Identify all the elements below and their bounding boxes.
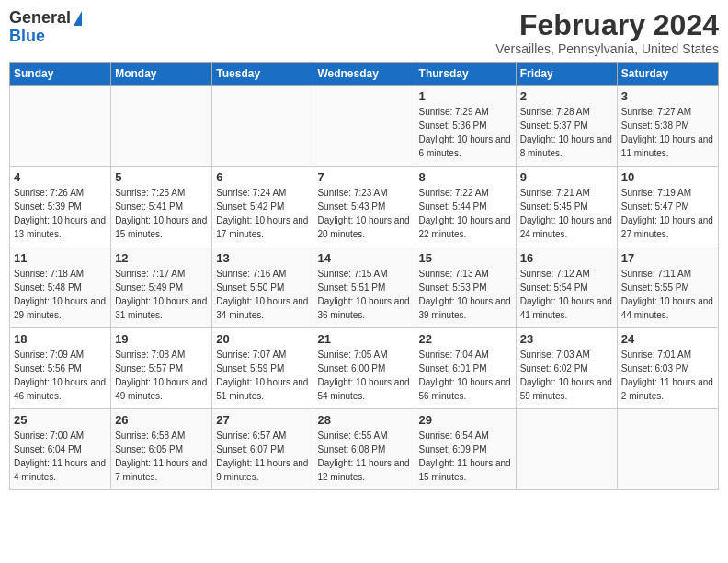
day-info: Sunrise: 7:00 AMSunset: 6:04 PMDaylight:… xyxy=(14,429,107,484)
day-number: 1 xyxy=(419,89,512,103)
calendar-cell xyxy=(516,409,617,490)
page-header: General Blue February 2024 Versailles, P… xyxy=(9,9,719,56)
title-area: February 2024 Versailles, Pennsylvania, … xyxy=(495,9,719,56)
weekday-header-friday: Friday xyxy=(516,63,617,86)
day-number: 12 xyxy=(115,251,208,265)
calendar-cell: 12Sunrise: 7:17 AMSunset: 5:49 PMDayligh… xyxy=(111,247,212,328)
day-number: 6 xyxy=(216,170,309,184)
day-number: 28 xyxy=(317,413,410,427)
day-number: 5 xyxy=(115,170,208,184)
day-number: 11 xyxy=(14,251,107,265)
location: Versailles, Pennsylvania, United States xyxy=(495,41,719,56)
day-number: 22 xyxy=(419,332,512,346)
day-number: 3 xyxy=(621,89,714,103)
day-info: Sunrise: 6:58 AMSunset: 6:05 PMDaylight:… xyxy=(115,429,208,484)
calendar-week-row: 11Sunrise: 7:18 AMSunset: 5:48 PMDayligh… xyxy=(10,247,719,328)
calendar-cell: 19Sunrise: 7:08 AMSunset: 5:57 PMDayligh… xyxy=(111,328,212,409)
day-info: Sunrise: 7:15 AMSunset: 5:51 PMDaylight:… xyxy=(317,267,410,322)
day-number: 23 xyxy=(520,332,613,346)
weekday-header-thursday: Thursday xyxy=(415,63,516,86)
day-info: Sunrise: 7:11 AMSunset: 5:55 PMDaylight:… xyxy=(621,267,714,322)
day-info: Sunrise: 7:17 AMSunset: 5:49 PMDaylight:… xyxy=(115,267,208,322)
day-info: Sunrise: 7:22 AMSunset: 5:44 PMDaylight:… xyxy=(419,186,512,241)
calendar-cell: 4Sunrise: 7:26 AMSunset: 5:39 PMDaylight… xyxy=(10,167,111,247)
calendar-cell: 16Sunrise: 7:12 AMSunset: 5:54 PMDayligh… xyxy=(516,247,617,328)
day-info: Sunrise: 6:54 AMSunset: 6:09 PMDaylight:… xyxy=(419,429,512,484)
day-info: Sunrise: 7:25 AMSunset: 5:41 PMDaylight:… xyxy=(115,186,208,241)
calendar-cell: 29Sunrise: 6:54 AMSunset: 6:09 PMDayligh… xyxy=(415,409,516,490)
weekday-header-saturday: Saturday xyxy=(617,63,718,86)
day-info: Sunrise: 7:28 AMSunset: 5:37 PMDaylight:… xyxy=(520,105,613,160)
day-info: Sunrise: 7:05 AMSunset: 6:00 PMDaylight:… xyxy=(317,348,410,403)
calendar-cell: 25Sunrise: 7:00 AMSunset: 6:04 PMDayligh… xyxy=(10,409,111,490)
calendar-cell: 20Sunrise: 7:07 AMSunset: 5:59 PMDayligh… xyxy=(212,328,313,409)
calendar-cell: 11Sunrise: 7:18 AMSunset: 5:48 PMDayligh… xyxy=(10,247,111,328)
day-info: Sunrise: 7:23 AMSunset: 5:43 PMDaylight:… xyxy=(317,186,410,241)
calendar-cell: 26Sunrise: 6:58 AMSunset: 6:05 PMDayligh… xyxy=(111,409,212,490)
day-number: 14 xyxy=(317,251,410,265)
calendar-cell xyxy=(212,86,313,167)
calendar-cell: 10Sunrise: 7:19 AMSunset: 5:47 PMDayligh… xyxy=(617,167,718,247)
day-info: Sunrise: 7:07 AMSunset: 5:59 PMDaylight:… xyxy=(216,348,309,403)
calendar-week-row: 18Sunrise: 7:09 AMSunset: 5:56 PMDayligh… xyxy=(10,328,719,409)
day-info: Sunrise: 7:08 AMSunset: 5:57 PMDaylight:… xyxy=(115,348,208,403)
calendar-cell: 28Sunrise: 6:55 AMSunset: 6:08 PMDayligh… xyxy=(313,409,415,490)
day-info: Sunrise: 7:09 AMSunset: 5:56 PMDaylight:… xyxy=(14,348,107,403)
day-info: Sunrise: 6:57 AMSunset: 6:07 PMDaylight:… xyxy=(216,429,309,484)
calendar-cell: 18Sunrise: 7:09 AMSunset: 5:56 PMDayligh… xyxy=(10,328,111,409)
day-info: Sunrise: 7:12 AMSunset: 5:54 PMDaylight:… xyxy=(520,267,613,322)
day-info: Sunrise: 7:24 AMSunset: 5:42 PMDaylight:… xyxy=(216,186,309,241)
day-number: 24 xyxy=(621,332,714,346)
day-info: Sunrise: 7:29 AMSunset: 5:36 PMDaylight:… xyxy=(419,105,512,160)
calendar-cell: 27Sunrise: 6:57 AMSunset: 6:07 PMDayligh… xyxy=(212,409,313,490)
calendar-cell: 1Sunrise: 7:29 AMSunset: 5:36 PMDaylight… xyxy=(415,86,516,167)
calendar-cell: 15Sunrise: 7:13 AMSunset: 5:53 PMDayligh… xyxy=(415,247,516,328)
day-number: 20 xyxy=(216,332,309,346)
day-number: 27 xyxy=(216,413,309,427)
day-number: 26 xyxy=(115,413,208,427)
day-number: 8 xyxy=(419,170,512,184)
day-number: 9 xyxy=(520,170,613,184)
day-info: Sunrise: 7:04 AMSunset: 6:01 PMDaylight:… xyxy=(419,348,512,403)
day-info: Sunrise: 7:26 AMSunset: 5:39 PMDaylight:… xyxy=(14,186,107,241)
calendar-cell: 22Sunrise: 7:04 AMSunset: 6:01 PMDayligh… xyxy=(415,328,516,409)
day-info: Sunrise: 7:18 AMSunset: 5:48 PMDaylight:… xyxy=(14,267,107,322)
calendar-week-row: 1Sunrise: 7:29 AMSunset: 5:36 PMDaylight… xyxy=(10,86,719,167)
calendar-cell: 2Sunrise: 7:28 AMSunset: 5:37 PMDaylight… xyxy=(516,86,617,167)
calendar-cell: 14Sunrise: 7:15 AMSunset: 5:51 PMDayligh… xyxy=(313,247,415,328)
day-number: 7 xyxy=(317,170,410,184)
day-info: Sunrise: 7:21 AMSunset: 5:45 PMDaylight:… xyxy=(520,186,613,241)
weekday-header-tuesday: Tuesday xyxy=(212,63,313,86)
calendar-cell: 8Sunrise: 7:22 AMSunset: 5:44 PMDaylight… xyxy=(415,167,516,247)
weekday-header-sunday: Sunday xyxy=(10,63,111,86)
day-number: 25 xyxy=(14,413,107,427)
calendar-cell xyxy=(111,86,212,167)
day-number: 21 xyxy=(317,332,410,346)
day-number: 13 xyxy=(216,251,309,265)
calendar-cell: 3Sunrise: 7:27 AMSunset: 5:38 PMDaylight… xyxy=(617,86,718,167)
day-number: 18 xyxy=(14,332,107,346)
calendar-cell xyxy=(617,409,718,490)
calendar-week-row: 25Sunrise: 7:00 AMSunset: 6:04 PMDayligh… xyxy=(10,409,719,490)
day-number: 2 xyxy=(520,89,613,103)
day-number: 15 xyxy=(419,251,512,265)
logo-blue: Blue xyxy=(9,28,82,46)
logo-general: General xyxy=(9,8,71,27)
calendar-cell: 13Sunrise: 7:16 AMSunset: 5:50 PMDayligh… xyxy=(212,247,313,328)
calendar-cell xyxy=(313,86,415,167)
calendar-header-row: SundayMondayTuesdayWednesdayThursdayFrid… xyxy=(10,63,719,86)
calendar-cell: 6Sunrise: 7:24 AMSunset: 5:42 PMDaylight… xyxy=(212,167,313,247)
day-number: 29 xyxy=(419,413,512,427)
day-number: 19 xyxy=(115,332,208,346)
day-info: Sunrise: 7:19 AMSunset: 5:47 PMDaylight:… xyxy=(621,186,714,241)
day-number: 4 xyxy=(14,170,107,184)
calendar-cell: 23Sunrise: 7:03 AMSunset: 6:02 PMDayligh… xyxy=(516,328,617,409)
weekday-header-wednesday: Wednesday xyxy=(313,63,415,86)
day-info: Sunrise: 7:03 AMSunset: 6:02 PMDaylight:… xyxy=(520,348,613,403)
month-title: February 2024 xyxy=(495,9,719,41)
calendar-cell: 21Sunrise: 7:05 AMSunset: 6:00 PMDayligh… xyxy=(313,328,415,409)
day-info: Sunrise: 7:16 AMSunset: 5:50 PMDaylight:… xyxy=(216,267,309,322)
day-number: 17 xyxy=(621,251,714,265)
calendar-cell: 5Sunrise: 7:25 AMSunset: 5:41 PMDaylight… xyxy=(111,167,212,247)
weekday-header-monday: Monday xyxy=(111,63,212,86)
